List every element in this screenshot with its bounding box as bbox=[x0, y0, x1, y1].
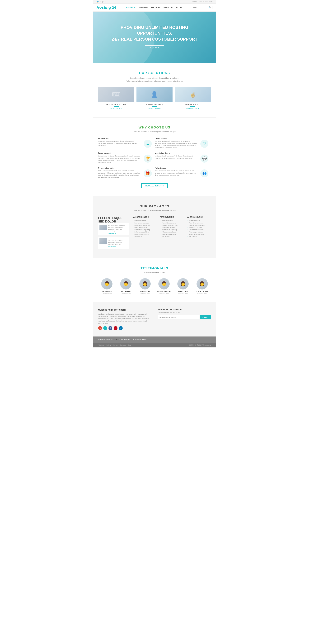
packages-heading: OUR PACKAGES bbox=[98, 204, 211, 208]
testimonial-role-4: Vestibulum iaculis bbox=[155, 292, 173, 294]
trophy-icon: 🏆 bbox=[144, 154, 152, 162]
why-item-1: Proin dictum Fusce euismod consequat ant… bbox=[98, 137, 140, 149]
phone-number: +1 959 603 6035 bbox=[119, 339, 130, 340]
twitter-icon[interactable]: 🐦 bbox=[96, 1, 99, 2]
package-card-1: Sed ut perspiciatis undete iste natus er… bbox=[98, 223, 129, 235]
solutions-section: OUR SOLUTIONS Donec lectus leo consequat… bbox=[93, 63, 216, 117]
newsletter-email-input[interactable] bbox=[158, 315, 200, 320]
testimonials-section: TESTIMONIALS Read what our clients say 👨… bbox=[93, 258, 216, 302]
list-item: Pellentesque sed dolor bbox=[132, 231, 156, 233]
people-icon: 👥 bbox=[200, 169, 208, 178]
testimonial-avatar-1: 👨 bbox=[101, 278, 112, 290]
list-item: Vestibulum iaculis bbox=[187, 220, 211, 222]
list-item: Vestibulum iaculis bbox=[132, 220, 156, 222]
package-col-3-title: FERMENTUM NIS bbox=[160, 216, 184, 218]
google-icon[interactable]: g+ bbox=[102, 1, 104, 2]
why-us-grid: Proin dictum Fusce euismod consequat ant… bbox=[98, 137, 211, 178]
nav-blog[interactable]: BLOG bbox=[176, 6, 182, 9]
heart-icon: ♡ bbox=[200, 140, 208, 148]
google-plus-icon[interactable]: g bbox=[98, 326, 102, 330]
nav-contacts[interactable]: CONTACTS bbox=[163, 6, 173, 9]
list-item: Ipsum dolor sit amet bbox=[132, 226, 156, 228]
search-box: 🔍 bbox=[192, 6, 212, 9]
testimonial-avatar-3: 👩 bbox=[139, 278, 151, 290]
footer-about-heading: Quisque nulla libero porta bbox=[98, 308, 151, 311]
facebook-icon[interactable]: f bbox=[100, 1, 100, 2]
list-item: Consectetuer adipiscing bbox=[132, 228, 156, 231]
list-item: Mauris accumsan nulla bbox=[160, 233, 184, 236]
linkedin-footer-icon[interactable]: in bbox=[119, 326, 123, 330]
list-item: Ipsum dolor sit amet bbox=[160, 226, 184, 228]
linkedin-icon[interactable]: in bbox=[105, 1, 106, 2]
why-item-1-title: Proin dictum bbox=[98, 137, 140, 139]
why-item-5-title: Consectetuer adip bbox=[98, 167, 140, 169]
testimonial-item-4: 👨 MARIAN WILLIAMS Vestibulum iaculis bbox=[155, 278, 173, 294]
why-item-6-text: Proin dictum elementum velit. Fusce euis… bbox=[155, 170, 197, 176]
why-item-5-text: Sed ut perspiciatis undete iste natus er… bbox=[98, 170, 140, 178]
nav-about-us[interactable]: ABOUT US bbox=[126, 6, 136, 9]
testimonial-role-3: Vestibulum iaculis bbox=[136, 292, 154, 294]
contact-label: Feel free to contact us: bbox=[98, 339, 113, 340]
newsletter-form: SIGN UP bbox=[158, 315, 211, 320]
solution-image-1: ⌨ bbox=[98, 87, 134, 102]
list-item: Sed in lacus bbox=[160, 236, 184, 238]
package-col-4-list: Vestibulum iaculis Proin dictum elementu… bbox=[187, 220, 211, 238]
why-icon-1: ☁ bbox=[141, 137, 154, 149]
why-item-1-text: Fusce euismod consequat ante.m ipsum dol… bbox=[98, 140, 140, 147]
package-read-more-2[interactable]: READ MORE bbox=[108, 246, 128, 248]
testimonial-name-2: NICK HARRIS bbox=[117, 291, 134, 292]
solution-sub-3: CONDGJAT / ANTE bbox=[175, 108, 211, 109]
nav-services[interactable]: SERVICES bbox=[151, 6, 160, 9]
sitemap-link[interactable]: SITEMAP bbox=[205, 1, 212, 2]
pinterest-icon[interactable]: p bbox=[114, 326, 118, 330]
search-input[interactable] bbox=[193, 6, 209, 8]
footer-nav-blog[interactable]: Blog bbox=[128, 344, 131, 346]
solutions-grid: ⌨ VESTIBULUM IACULIS LACHIA / DICTUM 👤 E… bbox=[98, 87, 211, 109]
testimonial-item-3: 👩 SARA BRIGHT Vestibulum iaculis bbox=[136, 278, 154, 294]
solution-image-3: ☝ bbox=[175, 87, 211, 102]
why-item-4-title: Vestibulum libero bbox=[155, 152, 197, 154]
package-read-more-1[interactable]: READ MORE bbox=[108, 232, 128, 234]
footer-newsletter-heading: NEWSLETTER SIGNUP bbox=[158, 308, 211, 311]
footer-nav-contacts[interactable]: Contacts bbox=[120, 344, 126, 346]
footer-nav-services[interactable]: Services bbox=[113, 344, 118, 346]
package-card-image-1 bbox=[100, 224, 107, 230]
testimonial-avatar-2: 👨 bbox=[120, 278, 132, 290]
list-item: Euismod consequat ante bbox=[187, 224, 211, 226]
testimonial-item-6: 👩 VICTORIA ALBERT Vestibulum iaculis bbox=[194, 278, 211, 294]
why-us-heading: WHY CHOOSE US bbox=[98, 126, 211, 129]
social-icons: 🐦 f g+ in bbox=[96, 1, 107, 3]
search-icon[interactable]: 🔍 bbox=[209, 6, 211, 8]
solution-title-3: ADIPISCING ELIT bbox=[175, 104, 211, 106]
solution-item-1: ⌨ VESTIBULUM IACULIS LACHIA / DICTUM bbox=[98, 87, 134, 109]
package-card-1-text: Sed ut perspiciatis undete iste natus er… bbox=[108, 224, 128, 232]
footer-nav-about[interactable]: About us bbox=[98, 344, 104, 346]
twitter-footer-icon[interactable]: t bbox=[103, 326, 107, 330]
nav-hosting[interactable]: HOSTING bbox=[139, 6, 148, 9]
package-col-1-title: PELLENTESQUE SED DOLOR bbox=[98, 216, 129, 223]
list-item: Euismod consequat ante bbox=[160, 224, 184, 226]
logo[interactable]: Hosting 24 bbox=[96, 5, 116, 10]
member-area-link[interactable]: MEMBER AREA bbox=[192, 1, 204, 2]
why-icon-6: 👥 bbox=[198, 167, 211, 178]
list-item: Consectetuer adipiscing bbox=[160, 228, 184, 231]
view-all-benefits-button[interactable]: VIEW ALL BENEFITS bbox=[141, 184, 168, 188]
newsletter-signup-button[interactable]: SIGN UP bbox=[200, 315, 211, 320]
footer-nav-hosting[interactable]: Hosting bbox=[106, 344, 111, 346]
facebook-footer-icon[interactable]: f bbox=[108, 326, 112, 330]
testimonial-item-1: 👨 ADAM SMITH Vestibulum iaculis bbox=[98, 278, 116, 294]
hero-heading: PROVIDING UNLIMITED HOSTING OPPORTUNITIE… bbox=[100, 24, 209, 42]
testimonial-name-4: MARIAN WILLIAMS bbox=[155, 291, 173, 292]
footer-top: Quisque nulla libero porta Vestibulum ia… bbox=[93, 302, 216, 336]
why-item-3: Fusce euismod Quisque nulla. Vestibulum … bbox=[98, 152, 140, 164]
list-item: Sed in lacus bbox=[132, 236, 156, 238]
gift-icon: 🎁 bbox=[144, 169, 152, 178]
hero-read-more-button[interactable]: READ MORE bbox=[145, 45, 164, 50]
testimonial-name-3: SARA BRIGHT bbox=[136, 291, 154, 292]
testimonials-grid: 👨 ADAM SMITH Vestibulum iaculis 👨 NICK H… bbox=[98, 278, 211, 294]
why-us-section: WHY CHOOSE US Curabitur non orci sit ame… bbox=[93, 118, 216, 196]
package-col-4: MAURIS ACCUMSA Vestibulum iaculis Proin … bbox=[187, 216, 211, 250]
list-item: Sed in lacus bbox=[187, 236, 211, 238]
why-us-subtitle: Curabitur non orci sit amet magna sceler… bbox=[98, 130, 211, 132]
package-col-3-list: Vestibulum iaculis Proin dictum elementu… bbox=[160, 220, 184, 238]
